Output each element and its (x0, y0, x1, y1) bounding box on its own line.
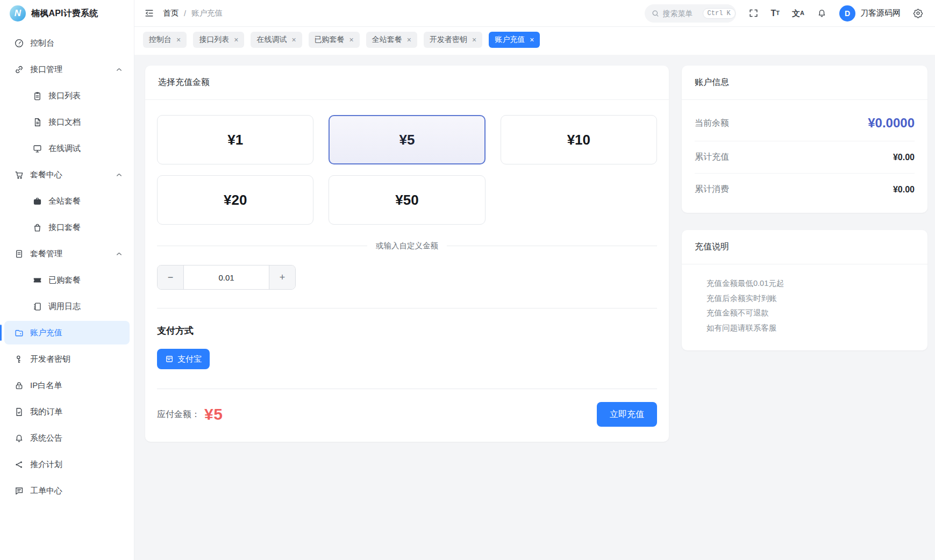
amount-option-5[interactable]: ¥5 (329, 115, 485, 164)
total-recharge-value: ¥0.00 (893, 153, 915, 162)
sidebar-item-dashboard[interactable]: 控制台 (4, 31, 130, 55)
tab-label: 控制台 (149, 35, 172, 45)
recharge-notes-title: 充值说明 (682, 230, 927, 264)
sidebar-item-api-list[interactable]: 接口列表 (4, 84, 130, 107)
sidebar-group-package-management[interactable]: 套餐管理 (4, 242, 130, 265)
username: 刀客源码网 (860, 8, 901, 18)
account-info-card: 账户信息 当前余额 ¥0.0000 累计充值 ¥0.00 累计消费 ¥0.00 (682, 66, 927, 213)
chevron-up-icon (115, 66, 123, 74)
custom-amount-stepper: − + (157, 265, 296, 290)
tab-developer-keys[interactable]: 开发者密钥 × (424, 32, 482, 48)
dashboard-icon (14, 38, 24, 48)
row-label: 当前余额 (695, 118, 729, 129)
sidebar-group-api-management[interactable]: 接口管理 (4, 58, 130, 81)
fullscreen-icon[interactable] (748, 8, 759, 18)
notebook-icon (32, 301, 42, 312)
avatar: D (839, 5, 855, 21)
close-icon[interactable]: × (234, 36, 238, 44)
sidebar-item-ticket-center[interactable]: 工单中心 (4, 479, 130, 502)
search-input[interactable] (663, 9, 700, 18)
app-root: N 楠枫API计费系统 控制台 接口管理 接口列表 接口文档 (0, 0, 935, 560)
text-size-icon[interactable]: TT (771, 9, 780, 18)
recharge-card: 选择充值金额 ¥1 ¥5 ¥10 ¥20 ¥50 或输入自定义金额 − (145, 66, 669, 442)
collapse-sidebar-icon[interactable] (144, 8, 154, 18)
share-icon (14, 460, 24, 470)
sidebar-item-api-packages[interactable]: 接口套餐 (4, 216, 130, 239)
sidebar-item-account-recharge[interactable]: 账户充值 (4, 321, 130, 344)
custom-amount-input[interactable] (184, 265, 269, 289)
user-menu[interactable]: D 刀客源码网 (839, 5, 901, 21)
tab-account-recharge[interactable]: 账户充值 × (489, 32, 540, 48)
amount-option-10[interactable]: ¥10 (501, 115, 657, 164)
key-icon (14, 354, 24, 364)
sidebar-item-api-docs[interactable]: 接口文档 (4, 110, 130, 134)
sidebar-item-label: 账户充值 (30, 328, 62, 338)
sidebar-item-ip-whitelist[interactable]: IP白名单 (4, 374, 130, 397)
close-icon[interactable]: × (176, 36, 181, 44)
tab-api-list[interactable]: 接口列表 × (193, 32, 244, 48)
sidebar-item-label: 控制台 (30, 38, 54, 48)
breadcrumb-separator: / (184, 9, 186, 18)
settings-gear-icon[interactable] (913, 8, 923, 18)
recharge-card-title: 选择充值金额 (145, 66, 669, 100)
payable-amount-group: 应付金额： ¥5 (157, 405, 223, 423)
sidebar-item-developer-keys[interactable]: 开发者密钥 (4, 347, 130, 371)
close-icon[interactable]: × (530, 36, 534, 44)
wallet-icon (14, 328, 24, 338)
sidebar-item-call-logs[interactable]: 调用日志 (4, 295, 130, 318)
sidebar-item-label: 开发者密钥 (30, 354, 70, 364)
sidebar-group-package-center[interactable]: 套餐中心 (4, 163, 130, 186)
recharge-card-body: ¥1 ¥5 ¥10 ¥20 ¥50 或输入自定义金额 − + (145, 100, 669, 442)
sidebar-item-label: 推介计划 (30, 460, 62, 470)
decrease-amount-button[interactable]: − (158, 265, 184, 289)
amount-option-20[interactable]: ¥20 (157, 175, 313, 225)
clipboard-icon (32, 91, 42, 101)
custom-amount-divider-label: 或输入自定义金额 (376, 241, 438, 251)
alipay-button[interactable]: 支付宝 (157, 349, 210, 369)
close-icon[interactable]: × (472, 36, 476, 44)
tab-online-debug[interactable]: 在线调试 × (251, 32, 302, 48)
breadcrumb-current: 账户充值 (191, 8, 223, 18)
sidebar-item-label: 接口套餐 (48, 222, 81, 233)
current-balance-value: ¥0.0000 (868, 116, 915, 131)
search-shortcut-badge: Ctrl K (703, 8, 736, 19)
increase-amount-button[interactable]: + (269, 265, 295, 289)
sidebar-item-purchased-packages[interactable]: 已购套餐 (4, 268, 130, 292)
account-info-row-total-recharge: 累计充值 ¥0.00 (695, 141, 915, 174)
sidebar-item-referral-program[interactable]: 推介计划 (4, 453, 130, 476)
close-icon[interactable]: × (349, 36, 354, 44)
sidebar-item-label: 接口列表 (48, 91, 81, 101)
breadcrumb-home[interactable]: 首页 (163, 8, 179, 18)
notifications-bell-icon[interactable] (817, 8, 827, 18)
recharge-notes-card: 充值说明 充值金额最低0.01元起 充值后余额实时到账 充值金额不可退款 如有问… (682, 230, 927, 350)
recharge-now-button[interactable]: 立即充值 (597, 402, 657, 427)
chevron-up-icon (115, 250, 123, 258)
ticket-icon (32, 275, 42, 285)
app-title: 楠枫API计费系统 (31, 8, 98, 19)
monitor-icon (32, 143, 42, 154)
tab-site-packages[interactable]: 全站套餐 × (366, 32, 417, 48)
sidebar-item-online-debug[interactable]: 在线调试 (4, 137, 130, 160)
topbar-actions: Ctrl K TT 文A D 刀客源码网 (645, 4, 923, 23)
tab-label: 在线调试 (256, 35, 287, 45)
translate-icon[interactable]: 文A (792, 9, 804, 17)
close-icon[interactable]: × (407, 36, 411, 44)
amount-option-1[interactable]: ¥1 (157, 115, 313, 164)
close-icon[interactable]: × (291, 36, 296, 44)
payable-amount-label: 应付金额： (157, 409, 200, 420)
sidebar-item-label: 我的订单 (30, 407, 62, 417)
search-box[interactable]: Ctrl K (645, 4, 736, 23)
sidebar: N 楠枫API计费系统 控制台 接口管理 接口列表 接口文档 (0, 0, 134, 560)
total-spend-value: ¥0.00 (893, 185, 915, 195)
sidebar-item-site-packages[interactable]: 全站套餐 (4, 189, 130, 213)
sidebar-item-announcements[interactable]: 系统公告 (4, 426, 130, 450)
tab-dashboard[interactable]: 控制台 × (143, 32, 187, 48)
amount-option-50[interactable]: ¥50 (329, 175, 485, 225)
payment-method-title: 支付方式 (157, 325, 657, 337)
sidebar-item-label: 套餐管理 (30, 249, 62, 259)
tab-purchased-packages[interactable]: 已购套餐 × (309, 32, 360, 48)
section-divider (157, 308, 657, 308)
tab-label: 账户充值 (495, 35, 525, 45)
sidebar-item-my-orders[interactable]: 我的订单 (4, 400, 130, 423)
sidebar-item-label: 接口管理 (30, 64, 62, 75)
